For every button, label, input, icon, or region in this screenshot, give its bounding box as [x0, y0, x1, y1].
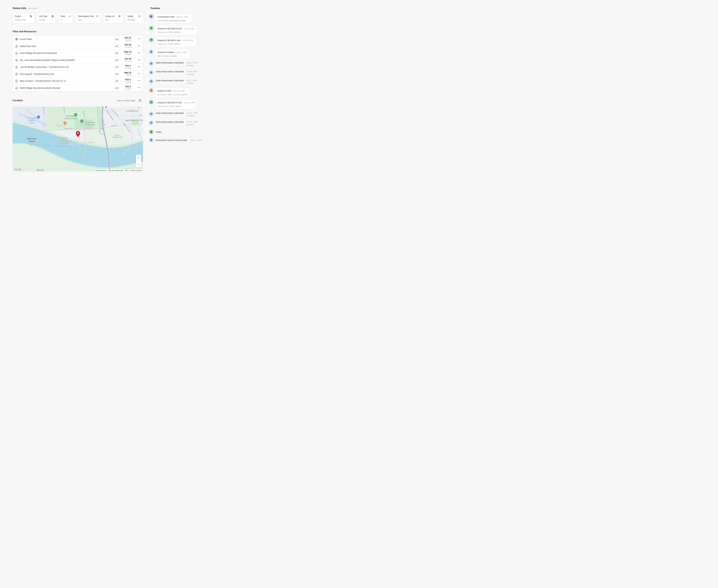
file-row[interactable]: North Village DS and First AmendmentpdfM…	[13, 49, 143, 57]
file-row-menu-icon[interactable]	[135, 44, 141, 48]
file-row[interactable]: Model Floor PlanpdfOct 2311:42AM	[13, 43, 143, 50]
map-attribution-item: Keyboard shortcuts	[94, 169, 107, 172]
timeline-event-title: Sales Reservation Submitted	[156, 112, 185, 114]
timeline-event-card: Deposit of $8,995 is dueJul 30, 2025Paid…	[155, 37, 197, 47]
timeline-event-timestamp: Jan 27, 20269:14AM	[186, 121, 198, 126]
stairs-icon	[69, 15, 71, 17]
file-row[interactable]: North Village Second Amendment Receiptpd…	[13, 84, 143, 91]
file-timestamp: Oct 2311:42AM	[121, 43, 135, 49]
map-attribution-item[interactable]: Report a map error	[130, 169, 143, 172]
card-check-icon	[149, 112, 153, 116]
calendar-check-icon	[149, 138, 153, 142]
info-card-value: 55	[105, 19, 121, 21]
refresh-map-icon[interactable]	[139, 99, 141, 102]
pdf-file-icon	[15, 52, 18, 55]
info-card-value: Condo	[39, 19, 54, 21]
page-title: Home Info	[13, 6, 26, 10]
timeline-event-title: Sales Reservation Submitted	[156, 70, 185, 73]
timeline-event-date: Nov 17, 2026	[190, 139, 202, 141]
timeline-event-timestamp: Dec 2, 20251:05PM	[186, 79, 197, 85]
timeline-event-timestamp: Jan 21, 202612:29PM	[186, 112, 198, 118]
timeline-event-description: Last day to add or remove options	[157, 93, 188, 96]
timeline-event-date: Jan 21, 2026	[184, 102, 195, 104]
file-name: Cover Photo	[20, 38, 114, 40]
view-on-new-page-link[interactable]: View on New Page	[117, 99, 135, 102]
file-date: Oct 27	[121, 37, 135, 39]
timeline-event-date: Sep 10, 2025	[186, 61, 198, 64]
file-date: Oct 23	[121, 43, 135, 46]
file-timestamp: May 146:26PM	[121, 50, 135, 56]
info-card-total-square-feet: Total Square Feet503	[76, 13, 101, 23]
info-card-value: 4	[61, 19, 71, 21]
file-row[interactable]: DS_ Second Amendment [North Village Cond…	[13, 57, 143, 64]
file-row-menu-icon[interactable]	[135, 79, 141, 83]
timeline-event-description: Construction scheduled to begin	[157, 19, 190, 22]
timeline-event-card: Construction StartMay 17, 2024Constructi…	[155, 14, 192, 23]
pdf-file-icon	[15, 72, 18, 75]
timeline-event-time: 8:43AM	[186, 64, 198, 67]
map-zoom-in-button[interactable]: +	[136, 155, 141, 161]
file-row-menu-icon[interactable]	[135, 58, 141, 62]
info-card-strata-lot: Strata Lot55	[103, 13, 123, 23]
units-icon	[52, 15, 54, 17]
pdf-file-icon	[15, 59, 18, 61]
timeline-event-date: Oct 29, 2025	[186, 70, 198, 73]
file-row[interactable]: _50_50 Realtor Commission - Transferred …	[13, 63, 143, 70]
file-type-badge: pdf	[114, 58, 120, 62]
timeline-event-description: Paid Jan 31, 2026 1:30PM	[157, 105, 195, 107]
file-timestamp: Oct 273:39PM	[121, 37, 135, 42]
file-row[interactable]: Cover PhotojpgOct 273:39PM	[13, 36, 143, 43]
timeline-event-title: Deposit of $8,995 is due	[157, 39, 181, 41]
file-date: Jun 30	[121, 57, 135, 60]
credit-card-icon	[149, 38, 153, 42]
file-time: 6:26PM	[121, 53, 135, 56]
map-attribution-item[interactable]: Terms	[124, 169, 130, 172]
location-map[interactable]: Pitt Meadows Regional AirportPitt Meadow…	[13, 106, 143, 172]
file-time: 2:23PM	[121, 81, 135, 84]
file-type-badge: pdf	[114, 51, 120, 55]
hash-icon	[119, 15, 121, 17]
timeline-event-title: Options Cutoff	[157, 89, 171, 92]
file-date: Feb 3	[121, 78, 135, 81]
file-row[interactable]: First Deposit - Transferred from 222pdfM…	[13, 70, 143, 78]
timeline-event-title: Sales Reservation Submitted	[156, 79, 185, 82]
timeline-event-time: 1:05PM	[186, 82, 197, 85]
unit-id: 434-04055	[28, 7, 37, 9]
calendar-check-icon	[149, 130, 153, 134]
file-type-badge: jpg	[114, 38, 120, 41]
pdf-file-icon	[15, 45, 18, 47]
timeline-event-date: Jul 30, 2025	[183, 39, 193, 41]
timeline-event-row: Sales Reservation SubmittedDec 2, 20251:…	[156, 79, 205, 82]
timeline-event-card: Options CutoffJan 14, 2026Last day to ad…	[155, 88, 190, 98]
file-row-menu-icon[interactable]	[135, 65, 141, 69]
timeline-event-title: Sales Reservation Submitted	[156, 121, 185, 123]
file-type-badge: pdf	[114, 72, 120, 76]
info-cards-row: ProjectFraser ViewUnit TypeCondoFloor4To…	[13, 13, 143, 23]
timeline-event-title: Deposit of $10,000 is due	[157, 27, 182, 30]
info-card-model: ModelB3 (B3)	[126, 13, 143, 23]
timeline-event-date: Aug 2, 2025	[176, 51, 187, 54]
page-header: Home Info 434-04055	[13, 6, 37, 10]
file-row-menu-icon[interactable]	[135, 37, 141, 41]
info-card-unit-type: Unit TypeCondo	[37, 13, 56, 23]
file-timestamp: May 312:00PM	[121, 71, 135, 77]
file-row-menu-icon[interactable]	[135, 72, 141, 76]
file-row[interactable]: Main Contract - Transferred from Unit 22…	[13, 77, 143, 84]
file-row-menu-icon[interactable]	[135, 51, 141, 55]
timeline-event-row: Sales Reservation SubmittedJan 27, 20269…	[156, 121, 205, 123]
map-canvas	[13, 106, 143, 172]
timeline-event-description: Paid Jul 22, 2025 5:00PM	[157, 31, 195, 34]
map-attribution-item[interactable]: Map data ©2026 Google	[107, 169, 124, 172]
file-time: 2:24PM	[121, 88, 135, 90]
info-card-value: B3 (B3)	[128, 19, 141, 21]
files-heading: Files and Resources	[13, 30, 36, 33]
info-card-label: Unit Type	[39, 15, 47, 17]
timeline-event-row: Sales Reservation SubmittedOct 29, 20251…	[156, 70, 205, 73]
timeline-panel: Timeline Construction StartMay 17, 2024C…	[149, 0, 206, 176]
file-row-menu-icon[interactable]	[135, 86, 141, 90]
map-zoom-out-button[interactable]: −	[136, 161, 141, 167]
truck-icon	[149, 14, 153, 19]
timeline-event-time: 12:29PM	[186, 114, 198, 118]
file-type-badge: pdf	[114, 44, 120, 48]
file-name: Main Contract - Transferred from Unit 22…	[20, 80, 114, 82]
